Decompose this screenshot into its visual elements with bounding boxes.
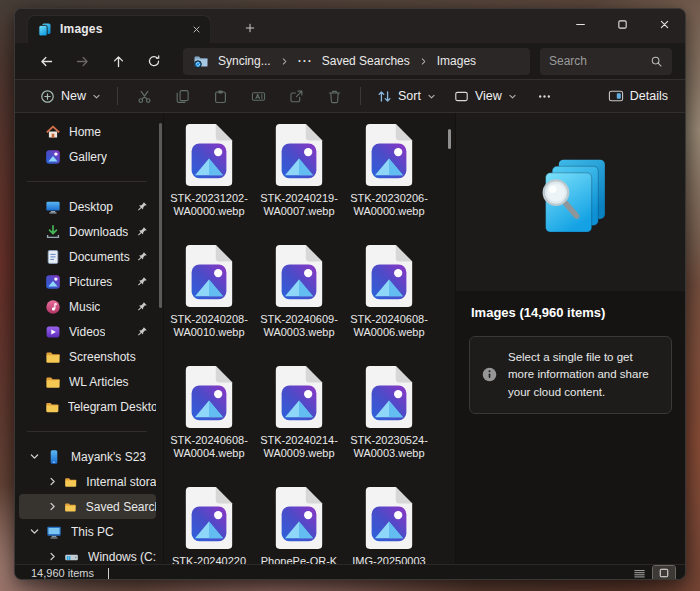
pin-icon xyxy=(137,301,148,312)
drive-icon xyxy=(64,549,79,565)
back-button[interactable] xyxy=(31,47,61,75)
sidebar-item-telegram-desktop[interactable]: Telegram Desktop xyxy=(19,394,156,419)
sidebar-item-home[interactable]: Home xyxy=(19,119,156,144)
sidebar-scrollbar[interactable] xyxy=(159,123,162,308)
file-item[interactable]: STK-20240219-WA0007.webp xyxy=(254,123,344,244)
sort-button[interactable]: Sort xyxy=(368,82,445,110)
file-item[interactable]: STK-20240214-WA0009.webp xyxy=(254,365,344,486)
rename-button[interactable] xyxy=(239,82,277,110)
refresh-button[interactable] xyxy=(139,47,169,75)
sidebar-item-label: WL Articles xyxy=(69,375,129,389)
sidebar-item-downloads[interactable]: Downloads xyxy=(19,219,156,244)
command-toolbar: New Sort View Details xyxy=(15,79,685,113)
file-item[interactable]: STK-20231202-WA0000.webp xyxy=(164,123,254,244)
file-item[interactable]: STK-20240609-WA0003.webp xyxy=(254,244,344,365)
new-tab-button[interactable] xyxy=(237,16,263,40)
sidebar-item-label: Downloads xyxy=(69,225,128,239)
sidebar-item-music[interactable]: Music xyxy=(19,294,156,319)
sidebar-item-saved-searches[interactable]: Saved Searches xyxy=(19,494,156,519)
new-button[interactable]: New xyxy=(31,82,110,110)
sidebar-item-documents[interactable]: Documents xyxy=(19,244,156,269)
copy-button[interactable] xyxy=(163,82,201,110)
file-item[interactable]: STK-20240220 xyxy=(164,486,254,564)
file-name: STK-20240609-WA0003.webp xyxy=(256,313,342,338)
chevron-right-icon[interactable] xyxy=(47,501,58,512)
sidebar-item-windows-c[interactable]: Windows (C:) xyxy=(19,544,156,564)
breadcrumb-current[interactable]: Images xyxy=(437,54,476,68)
file-item[interactable]: STK-20240208-WA0010.webp xyxy=(164,244,254,365)
chevron-right-icon[interactable] xyxy=(47,476,58,487)
more-options-button[interactable] xyxy=(526,82,564,110)
cut-button[interactable] xyxy=(125,82,163,110)
sidebar-item-videos[interactable]: Videos xyxy=(19,319,156,344)
desktop-icon xyxy=(45,199,61,215)
file-name: PhonePe-QR-K xyxy=(256,555,342,564)
details-button[interactable]: Details xyxy=(599,82,677,110)
toolbar-divider xyxy=(360,87,361,105)
file-item[interactable]: STK-20230524-WA0003.webp xyxy=(344,365,434,486)
sidebar-item-label: Windows (C:) xyxy=(88,550,156,564)
maximize-button[interactable] xyxy=(601,9,643,40)
explorer-tab[interactable]: Images xyxy=(27,15,211,43)
chevron-right-icon xyxy=(280,57,289,66)
view-button[interactable]: View xyxy=(445,82,526,110)
sidebar-item-this-pc[interactable]: This PC xyxy=(19,519,156,544)
folder-icon xyxy=(45,374,61,390)
share-button[interactable] xyxy=(277,82,315,110)
sidebar-item-internal-storage[interactable]: Internal storage xyxy=(19,469,156,494)
sidebar: Home Gallery Desktop Downloads Documents xyxy=(15,113,163,564)
file-item[interactable]: IMG-20250003 xyxy=(344,486,434,564)
chevron-down-icon[interactable] xyxy=(29,526,40,537)
tab-title: Images xyxy=(60,22,179,36)
sidebar-item-label: Desktop xyxy=(69,200,113,214)
syncing-folder-icon xyxy=(193,53,209,69)
minimize-icon xyxy=(575,19,586,30)
forward-button[interactable] xyxy=(67,47,97,75)
view-icon xyxy=(454,89,469,104)
file-item[interactable]: PhonePe-QR-K xyxy=(254,486,344,564)
file-item[interactable]: STK-20240608-WA0006.webp xyxy=(344,244,434,365)
sidebar-item-mayanks-s23[interactable]: Mayank's S23 xyxy=(19,444,156,469)
chevron-right-icon[interactable] xyxy=(47,551,58,562)
up-button[interactable] xyxy=(103,47,133,75)
large-icons-view-icon xyxy=(658,567,670,579)
sidebar-item-pictures[interactable]: Pictures xyxy=(19,269,156,294)
title-bar: Images xyxy=(15,9,685,43)
delete-button[interactable] xyxy=(315,82,353,110)
image-file-icon xyxy=(361,365,417,429)
sidebar-item-gallery[interactable]: Gallery xyxy=(19,144,156,169)
details-view-toggle[interactable] xyxy=(628,566,650,581)
file-name: STK-20240220 xyxy=(166,555,252,564)
chevron-right-icon xyxy=(419,57,428,66)
file-item[interactable]: STK-20230206-WA0000.webp xyxy=(344,123,434,244)
window-body: Home Gallery Desktop Downloads Documents xyxy=(15,113,685,564)
image-file-icon xyxy=(181,123,237,187)
saved-search-icon xyxy=(524,151,618,253)
trash-icon xyxy=(327,89,342,104)
info-message-box: Select a single file to get more informa… xyxy=(469,336,672,414)
chevron-down-icon[interactable] xyxy=(29,451,40,462)
pin-icon xyxy=(137,251,148,262)
sidebar-item-desktop[interactable]: Desktop xyxy=(19,194,156,219)
file-item[interactable]: STK-20240608-WA0004.webp xyxy=(164,365,254,486)
close-button[interactable] xyxy=(643,9,685,40)
pin-icon xyxy=(137,226,148,237)
file-list-scrollbar[interactable] xyxy=(448,129,451,149)
icons-view-toggle[interactable] xyxy=(653,566,675,581)
sidebar-item-screenshots[interactable]: Screenshots xyxy=(19,344,156,369)
info-message-text: Select a single file to get more informa… xyxy=(508,349,660,401)
tab-close-icon[interactable] xyxy=(187,20,205,38)
breadcrumb-parent[interactable]: Saved Searches xyxy=(322,54,410,68)
minimize-button[interactable] xyxy=(559,9,601,40)
breadcrumb[interactable]: Syncing... ··· Saved Searches Images xyxy=(183,48,530,75)
sort-label: Sort xyxy=(398,89,421,103)
paste-button[interactable] xyxy=(201,82,239,110)
search-box[interactable] xyxy=(540,48,672,75)
list-view-icon xyxy=(633,567,646,580)
file-list: STK-20231202-WA0000.webp STK-20240219-WA… xyxy=(163,113,455,564)
info-icon xyxy=(481,366,498,383)
breadcrumb-ellipsis[interactable]: ··· xyxy=(298,54,313,68)
breadcrumb-root[interactable]: Syncing... xyxy=(218,54,271,68)
search-input[interactable] xyxy=(549,54,650,68)
sidebar-item-wl-articles[interactable]: WL Articles xyxy=(19,369,156,394)
